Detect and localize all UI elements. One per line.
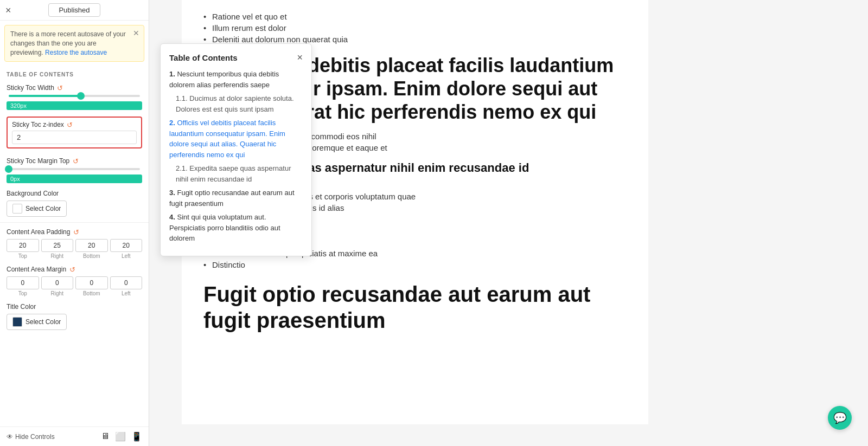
- desktop-icon[interactable]: 🖥: [101, 431, 110, 442]
- bottom-toolbar: 👁 Hide Controls 🖥 ⬜ 📱: [0, 426, 149, 446]
- close-notification-button[interactable]: ✕: [133, 29, 139, 37]
- padding-right-input[interactable]: [41, 239, 74, 252]
- toc-panel-title: Table of Contents: [169, 53, 238, 62]
- sticky-toc-margin-top-label: Sticky Toc Margin Top ↺: [7, 157, 142, 165]
- title-color-select-button[interactable]: Select Color: [7, 314, 67, 330]
- notification-banner: There is a more recent autosave of your …: [4, 25, 144, 62]
- toc-item-2[interactable]: 2. Officiis vel debitis placeat facilis …: [169, 118, 303, 160]
- chat-fab[interactable]: 💬: [828, 406, 852, 430]
- sticky-toc-zindex-label: Sticky Toc z-index ↺: [12, 121, 137, 128]
- margin-bottom-input[interactable]: [75, 276, 108, 289]
- section-header: TABLE OF CONTENTS: [0, 66, 149, 81]
- toc-item-1[interactable]: 1. Nesciunt temporibus quia debitis dolo…: [169, 69, 303, 90]
- top-bullet-list: Ratione vel et quo et Illum rerum est do…: [203, 11, 627, 45]
- sticky-toc-width-label: Sticky Toc Width ↺: [7, 84, 142, 92]
- margin-top-value: 0px: [7, 174, 142, 183]
- mobile-icon[interactable]: 📱: [131, 431, 142, 442]
- toc-item-2-1[interactable]: 2.1. Expedita saepe quas aspernatur nihi…: [176, 163, 303, 184]
- padding-bottom-input[interactable]: [75, 239, 108, 252]
- sticky-toc-width-control: Sticky Toc Width ↺ 320px: [0, 81, 149, 113]
- sticky-toc-width-slider[interactable]: 320px: [7, 95, 142, 110]
- heading-3: Fugit optio recusandae aut earum aut fug…: [203, 281, 627, 333]
- margin-grid: Top Right Bottom Left: [7, 276, 142, 296]
- content-area-padding-label: Content Area Padding ↺: [7, 228, 142, 236]
- close-button[interactable]: ×: [5, 5, 11, 15]
- toc-item-1-1[interactable]: 1.1. Ducimus at dolor sapiente soluta. D…: [176, 93, 303, 114]
- toc-panel: Table of Contents × 1. Nesciunt temporib…: [160, 43, 312, 256]
- content-area-margin-label: Content Area Margin ↺: [7, 266, 142, 273]
- list-item: Illum rerum est dolor: [203, 22, 627, 34]
- toc-items: 1. Nesciunt temporibus quia debitis dolo…: [169, 69, 303, 244]
- padding-bottom-cell: Bottom: [75, 239, 108, 259]
- chat-icon: 💬: [833, 411, 847, 424]
- background-color-label: Background Color: [7, 190, 142, 197]
- margin-left-cell: Left: [110, 276, 143, 296]
- top-bar: × Published: [0, 0, 149, 21]
- padding-right-label: Right: [51, 253, 63, 259]
- padding-top-cell: Top: [7, 239, 39, 259]
- padding-left-label: Left: [122, 253, 131, 259]
- margin-top-reset-icon[interactable]: ↺: [72, 157, 79, 165]
- sticky-toc-zindex-control: Sticky Toc z-index ↺: [0, 113, 149, 154]
- slider-thumb-2[interactable]: [5, 165, 12, 173]
- padding-left-input[interactable]: [110, 239, 143, 252]
- title-color-select-label: Select Color: [25, 318, 61, 326]
- toc-item-4[interactable]: 4. Sint qui quia voluptatum aut. Perspic…: [169, 212, 303, 244]
- published-button[interactable]: Published: [48, 3, 100, 17]
- sticky-toc-margin-top-control: Sticky Toc Margin Top ↺ 0px: [0, 154, 149, 186]
- sticky-toc-width-reset-icon[interactable]: ↺: [56, 84, 64, 92]
- margin-top-cell: Top: [7, 276, 39, 296]
- padding-reset-icon[interactable]: ↺: [72, 228, 80, 236]
- zindex-reset-icon[interactable]: ↺: [66, 121, 74, 128]
- list-item: Ratione vel et quo et: [203, 11, 627, 22]
- sticky-toc-width-value: 320px: [7, 101, 142, 110]
- padding-left-cell: Left: [110, 239, 143, 259]
- toc-panel-header: Table of Contents ×: [169, 53, 303, 62]
- title-color-label: Title Color: [7, 303, 142, 311]
- padding-bottom-label: Bottom: [83, 253, 100, 259]
- margin-left-input[interactable]: [110, 276, 143, 289]
- margin-top-input[interactable]: [7, 276, 39, 289]
- zindex-container: Sticky Toc z-index ↺: [7, 117, 142, 148]
- margin-left-label: Left: [122, 290, 131, 296]
- margin-top-label: Top: [18, 290, 27, 296]
- slider-fill: [9, 95, 81, 97]
- margin-top-slider[interactable]: 0px: [7, 168, 142, 183]
- title-color-swatch: [12, 317, 22, 327]
- margin-reset-icon[interactable]: ↺: [68, 266, 76, 273]
- margin-bottom-cell: Bottom: [75, 276, 108, 296]
- slider-thumb[interactable]: [77, 92, 85, 100]
- margin-right-cell: Right: [41, 276, 74, 296]
- content-area-padding-control: Content Area Padding ↺ Top Right Bottom …: [0, 225, 149, 262]
- margin-bottom-label: Bottom: [83, 290, 100, 296]
- device-icons: 🖥 ⬜ 📱: [101, 431, 142, 442]
- list-item: Distinctio: [203, 259, 627, 270]
- background-color-swatch: [12, 204, 22, 214]
- eye-icon: 👁: [7, 433, 13, 441]
- slider-track-2: [9, 168, 140, 170]
- margin-right-label: Right: [51, 290, 63, 296]
- left-panel: × Published There is a more recent autos…: [0, 0, 149, 446]
- background-color-select-button[interactable]: Select Color: [7, 201, 67, 217]
- title-color-control: Title Color Select Color: [0, 300, 149, 333]
- padding-top-input[interactable]: [7, 239, 39, 252]
- background-color-control: Background Color Select Color: [0, 186, 149, 220]
- hide-controls-button[interactable]: 👁 Hide Controls: [7, 433, 55, 441]
- zindex-input[interactable]: [12, 131, 137, 144]
- padding-top-label: Top: [18, 253, 27, 259]
- toc-item-3[interactable]: 3. Fugit optio recusandae aut earum aut …: [169, 188, 303, 209]
- hide-controls-label: Hide Controls: [15, 433, 55, 441]
- toc-close-button[interactable]: ×: [297, 53, 303, 62]
- background-color-select-label: Select Color: [25, 205, 61, 212]
- padding-grid: Top Right Bottom Left: [7, 239, 142, 259]
- tablet-icon[interactable]: ⬜: [115, 431, 126, 442]
- padding-right-cell: Right: [41, 239, 74, 259]
- content-area-margin-control: Content Area Margin ↺ Top Right Bottom L…: [0, 262, 149, 300]
- slider-track: [9, 95, 140, 97]
- restore-autosave-link[interactable]: Restore the autosave: [45, 49, 107, 56]
- margin-right-input[interactable]: [41, 276, 74, 289]
